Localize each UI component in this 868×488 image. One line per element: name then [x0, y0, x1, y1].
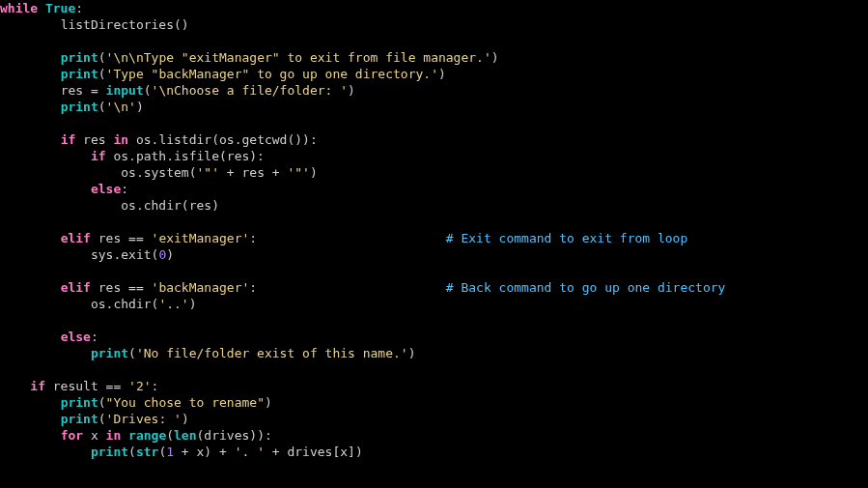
- code-line: os.chdir(res): [0, 198, 219, 213]
- code-line: print("You chose to rename"): [0, 395, 272, 410]
- code-line: if result == '2':: [0, 379, 158, 393]
- code-line: print('Type "backManager" to go up one d…: [0, 67, 446, 81]
- code-line: print('No file/folder exist of this name…: [0, 346, 415, 360]
- code-line: print('\n'): [0, 100, 144, 114]
- code-line: print('Drives: '): [0, 412, 189, 426]
- code-line: else:: [0, 330, 98, 344]
- code-line: while True:: [0, 1, 83, 15]
- code-line: elif res == 'backManager': # Back comman…: [0, 280, 725, 295]
- code-line: if res in os.listdir(os.getcwd()):: [0, 132, 318, 147]
- code-line: print(str(1 + x) + '. ' + drives[x]): [0, 445, 363, 459]
- code-editor[interactable]: while True: listDirectories() print('\n\…: [0, 0, 868, 460]
- code-line: res = input('\nChoose a file/folder: '): [0, 83, 355, 98]
- code-line: os.system('"' + res + '"'): [0, 165, 318, 180]
- code-line: listDirectories(): [0, 17, 189, 32]
- code-line: for x in range(len(drives)):: [0, 428, 272, 443]
- code-line: os.chdir('..'): [0, 297, 197, 311]
- code-line: sys.exit(0): [0, 247, 174, 262]
- code-line: else:: [0, 182, 128, 196]
- code-line: if os.path.isfile(res):: [0, 149, 265, 163]
- code-line: elif res == 'exitManager': # Exit comman…: [0, 231, 687, 245]
- code-line: print('\n\nType "exitManager" to exit fr…: [0, 50, 499, 65]
